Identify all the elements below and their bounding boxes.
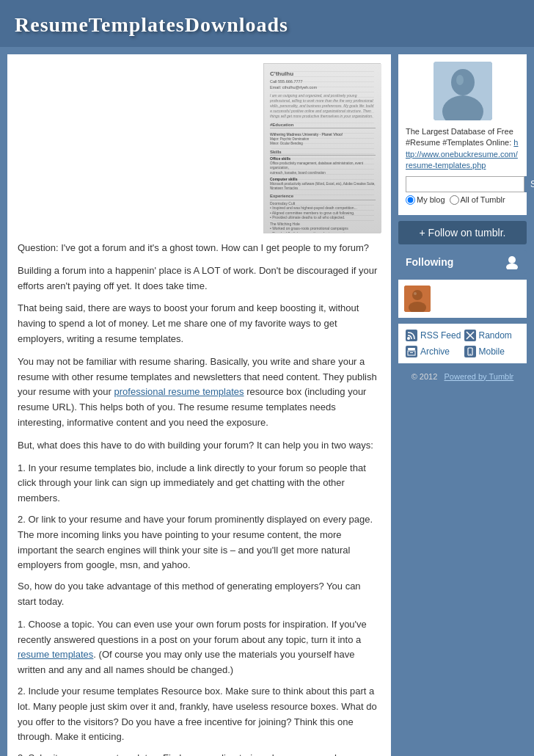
search-button[interactable]: Search xyxy=(524,176,534,192)
sidebar-profile-box: The Largest Database of Free #Resume #Te… xyxy=(398,54,527,215)
radio-all-tumblr[interactable]: All of Tumblr xyxy=(450,195,505,205)
article-para-4: But, what does this have to do with buil… xyxy=(18,438,381,454)
avatar-graphic xyxy=(434,62,492,120)
following-label: Following xyxy=(406,256,453,268)
links-box: RSS Feed Random xyxy=(398,324,527,363)
article-item-3: 1. Choose a topic. You can even use your… xyxy=(18,617,381,678)
mobile-icon xyxy=(464,346,476,357)
site-header: ResumeTemplatesDownloads xyxy=(0,0,534,47)
svg-point-15 xyxy=(469,353,471,355)
svg-point-9 xyxy=(414,292,417,295)
random-icon xyxy=(464,330,476,341)
article-item-2: 2. Or link to your resume and have your … xyxy=(18,512,381,573)
radio-my-blog-label: My blog xyxy=(417,195,445,204)
search-box: Search xyxy=(406,176,519,192)
random-label: Random xyxy=(479,330,512,341)
site-title: ResumeTemplatesDownloads xyxy=(15,13,519,37)
resume-section-skills: Skills xyxy=(270,149,376,156)
article-para-3: You may not be familiar with resume shar… xyxy=(18,355,381,431)
following-avatar-1[interactable] xyxy=(404,286,431,312)
archive-label: Archive xyxy=(420,346,450,357)
avatar-silhouette xyxy=(434,62,492,120)
svg-point-10 xyxy=(407,337,410,340)
resume-templates-link-1[interactable]: resume templates xyxy=(18,649,93,660)
resume-name: C'thulhu xyxy=(270,70,376,78)
svg-point-4 xyxy=(508,256,516,263)
rss-feed-label: RSS Feed xyxy=(420,330,461,341)
radio-my-blog-input[interactable] xyxy=(406,195,415,205)
article-item-1: 1. In your resume templates bio, include… xyxy=(18,461,381,506)
article-item-4: 2. Include your resume templates Resourc… xyxy=(18,684,381,745)
svg-point-7 xyxy=(412,290,423,300)
rss-icon xyxy=(406,330,417,341)
resume-image: C'thulhu Call 555.666.7777 Email: cthulh… xyxy=(264,64,381,233)
resume-section-education: #Education xyxy=(270,122,376,128)
random-link[interactable]: Random xyxy=(464,330,520,341)
sidebar: The Largest Database of Free #Resume #Te… xyxy=(398,54,527,756)
page-wrapper: ResumeTemplatesDownloads C'thulhu Call 5… xyxy=(0,0,534,756)
follow-button[interactable]: + Follow on tumblr. xyxy=(398,221,527,244)
article-para-1: Building a forum into a happenin' place … xyxy=(18,263,381,294)
search-input[interactable] xyxy=(406,176,524,192)
person-icon xyxy=(505,255,519,269)
article-body: Question: I've got a forum and it's a gh… xyxy=(18,241,381,756)
archive-icon xyxy=(406,346,417,357)
svg-rect-11 xyxy=(408,348,415,350)
article-area: C'thulhu Call 555.666.7777 Email: cthulh… xyxy=(7,54,391,756)
search-radio-group: My blog All of Tumblr xyxy=(406,195,519,205)
article-para-5: So, how do you take advantage of this me… xyxy=(18,579,381,610)
following-avatar-img-1 xyxy=(404,286,431,312)
profile-avatar xyxy=(434,62,492,120)
svg-point-3 xyxy=(456,75,464,85)
mobile-link[interactable]: Mobile xyxy=(464,346,520,357)
following-box: Following xyxy=(398,250,527,274)
radio-all-tumblr-input[interactable] xyxy=(450,195,459,205)
radio-my-blog[interactable]: My blog xyxy=(406,195,445,205)
resume-section-experience: Experience xyxy=(270,193,376,200)
article-question: Question: I've got a forum and it's a gh… xyxy=(18,241,381,256)
article-para-2: That being said, there are ways to boost… xyxy=(18,301,381,346)
archive-link[interactable]: Archive xyxy=(406,346,461,357)
following-avatars-box xyxy=(398,280,527,318)
resume-thumbnail: C'thulhu Call 555.666.7777 Email: cthulh… xyxy=(263,63,381,233)
powered-by-link[interactable]: Powered by Tumblr xyxy=(445,372,514,381)
mobile-label: Mobile xyxy=(479,346,505,357)
copyright-text: © 2012 xyxy=(412,372,438,381)
sidebar-description: The Largest Database of Free #Resume #Te… xyxy=(406,126,519,172)
article-item-5: 3. Submit your resume templates. Find re… xyxy=(18,751,381,756)
description-link[interactable]: http://www.onebuckresume.com/resume-temp… xyxy=(406,138,518,170)
radio-all-tumblr-label: All of Tumblr xyxy=(461,195,505,204)
svg-point-5 xyxy=(506,263,518,269)
main-content: C'thulhu Call 555.666.7777 Email: cthulh… xyxy=(0,47,534,756)
rss-feed-link[interactable]: RSS Feed xyxy=(406,330,461,341)
copyright-box: © 2012 Powered by Tumblr xyxy=(398,369,527,384)
professional-resume-link[interactable]: professional resume templates xyxy=(114,386,244,397)
